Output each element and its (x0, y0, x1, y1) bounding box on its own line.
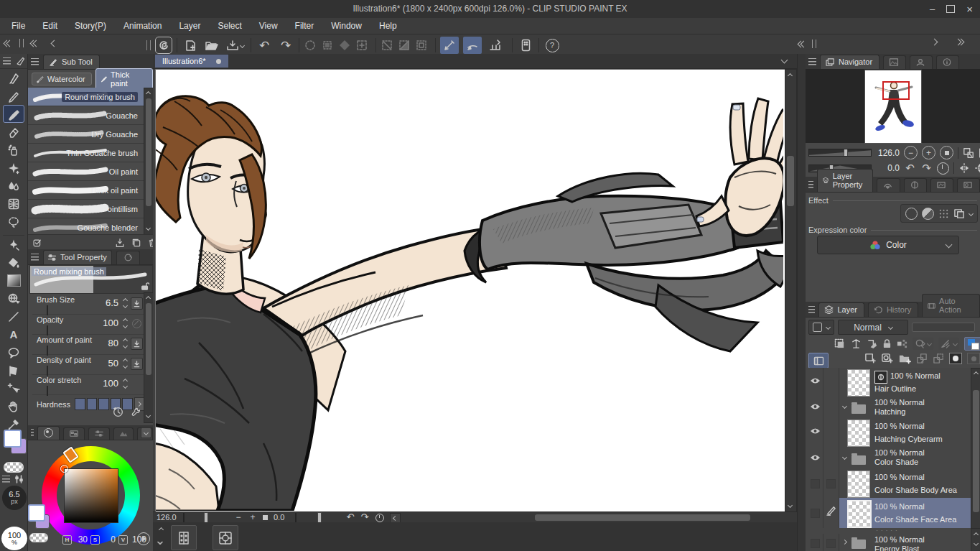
new-file-icon[interactable] (182, 37, 199, 53)
effect-border-icon[interactable] (905, 208, 918, 220)
dock-expand-all-icon[interactable] (956, 40, 963, 45)
layer-name[interactable]: Hair Outline (874, 384, 916, 393)
layer-list-scrollbar[interactable] (971, 368, 980, 529)
right-dock-grip[interactable] (812, 40, 816, 48)
tool-operation-3d[interactable] (0, 290, 27, 307)
navigator-view-rect[interactable] (882, 81, 910, 100)
color-tab-overflow-icon[interactable] (141, 427, 151, 438)
sub-tool-scrollbar[interactable] (144, 88, 154, 236)
undo-icon[interactable]: ↶ (256, 38, 273, 53)
maximize-button[interactable] (946, 5, 955, 13)
canvas-rotate-value[interactable]: 0.0 (274, 513, 284, 522)
tab-stroke[interactable] (930, 178, 953, 192)
menu-edit[interactable]: Edit (34, 18, 66, 34)
mini-swatch-white[interactable] (28, 504, 45, 522)
tool-balloon[interactable] (0, 343, 27, 361)
tool-hand[interactable] (0, 397, 27, 415)
mini-transparent-swatch[interactable] (29, 533, 48, 542)
document-tab-list-icon[interactable] (781, 57, 788, 64)
create-layer-mask-icon[interactable] (949, 353, 962, 364)
layer-hidden-box[interactable] (811, 539, 820, 548)
layer-opacity-slider[interactable] (912, 323, 975, 332)
layer-visible-icon[interactable] (810, 377, 821, 386)
menu-help[interactable]: Help (370, 18, 406, 34)
crop-icon[interactable] (415, 39, 428, 52)
lock-layer-icon[interactable] (882, 338, 892, 349)
opacity-slider[interactable] (47, 325, 48, 335)
zoom-out-icon[interactable]: − (233, 512, 243, 522)
tab-thick-paint[interactable]: Thick paint (95, 68, 153, 90)
brush-item[interactable]: Dry Gouache (28, 125, 144, 144)
tool-brush[interactable] (3, 105, 24, 123)
zoom-out-button[interactable]: − (904, 146, 918, 159)
unlock-icon[interactable] (141, 282, 149, 291)
tab-color-slider[interactable] (88, 427, 110, 440)
reset-rotate-button[interactable] (937, 162, 949, 175)
dock-grip[interactable] (19, 39, 24, 47)
hardness-level[interactable] (75, 398, 85, 410)
layer-row[interactable]: 100 % Normal Color Shade Body Area (806, 469, 971, 499)
brush-size-badge[interactable]: 6.5 px (2, 486, 27, 510)
tool-fill[interactable] (0, 254, 27, 272)
effect-halftone-icon[interactable] (938, 208, 949, 219)
select-source-combo[interactable] (913, 338, 933, 350)
tab-navigator[interactable]: Navigator (820, 55, 879, 69)
deselect-icon[interactable] (304, 39, 317, 52)
tab-color-set[interactable] (63, 427, 85, 440)
tab-item-bank[interactable] (910, 55, 933, 69)
layer-edit-box[interactable] (826, 539, 836, 548)
ruler-range-combo[interactable] (938, 338, 959, 350)
sv-square[interactable] (64, 468, 118, 523)
sv-picker-cursor[interactable] (60, 465, 68, 473)
close-button[interactable]: × (966, 3, 973, 15)
menu-select[interactable]: Select (209, 18, 250, 34)
color-mode-cycle-button[interactable] (137, 532, 150, 545)
layer-thumbnail[interactable] (847, 500, 872, 529)
brush-item[interactable]: Pointillism (28, 200, 144, 218)
folder-expanded-icon[interactable] (842, 455, 847, 460)
layer-row[interactable]: 100 % Normal Hatching Cyberarm (806, 418, 971, 448)
tool-pen[interactable] (0, 69, 27, 87)
menu-window[interactable]: Window (322, 18, 370, 34)
tool-line[interactable] (0, 307, 27, 325)
lock-transparent-pixels-icon[interactable] (897, 338, 907, 349)
layer-edit-box[interactable] (826, 479, 836, 489)
tab-approximate-color[interactable] (113, 427, 134, 440)
tab-tool-navigation[interactable] (904, 178, 927, 192)
tab-layer[interactable]: Layer (818, 302, 864, 317)
dynamics-button[interactable] (131, 358, 143, 370)
menu-file[interactable]: File (3, 18, 34, 34)
layer-name[interactable]: Hatching Cyberarm (874, 435, 943, 443)
light-table-button[interactable] (213, 525, 238, 550)
brush-size-slider[interactable] (47, 305, 48, 315)
tool-blend[interactable] (0, 177, 27, 195)
rotate-ccw-icon[interactable]: ↶ (345, 511, 355, 522)
navigator-zoom-value[interactable]: 126.0 (876, 148, 900, 158)
layer-folder-row[interactable]: 100 % Normal Hatching (806, 397, 971, 419)
register-sub-tool-icon[interactable] (115, 238, 125, 248)
expand-selection-icon[interactable] (355, 39, 368, 52)
property-value[interactable]: 100 (103, 378, 118, 389)
collapse-statusbar-icon[interactable] (390, 513, 401, 523)
value-stepper[interactable] (123, 339, 127, 348)
layer-row[interactable]: 100 % Normal Hair Outline (806, 368, 971, 397)
tab-color-wheel[interactable] (37, 426, 60, 440)
layer-scroll-down-icon[interactable] (974, 541, 979, 546)
fit-button[interactable] (940, 146, 953, 159)
save-icon[interactable] (225, 37, 246, 53)
effect-tone-icon[interactable] (922, 208, 934, 220)
brush-item[interactable]: Gouache (28, 106, 144, 125)
hue-value[interactable]: 30 (75, 534, 88, 545)
layer-list-divider[interactable]: ····· (806, 528, 971, 534)
layer-color-combo[interactable] (964, 337, 980, 351)
tab-brush-detail[interactable] (116, 251, 140, 264)
tool-figure[interactable] (0, 195, 27, 213)
layer-name[interactable]: Hatching (874, 407, 905, 416)
navigator-zoom-slider[interactable] (808, 149, 872, 157)
effect-layer-color-icon[interactable] (953, 208, 965, 219)
minimize-button[interactable]: – (930, 4, 935, 14)
brush-item[interactable]: Oil paint (28, 162, 144, 181)
new-raster-layer-icon[interactable] (864, 353, 876, 364)
flip-vertical-icon[interactable] (974, 162, 980, 174)
menu-layer[interactable]: Layer (170, 18, 209, 34)
